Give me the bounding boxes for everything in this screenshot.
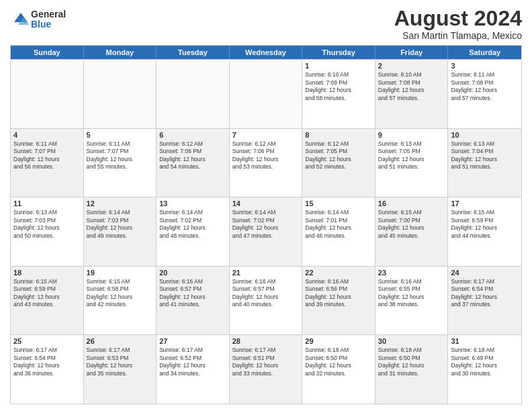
day-info: Sunrise: 6:18 AM Sunset: 6:49 PM Dayligh… bbox=[451, 347, 519, 377]
logo-blue: Blue bbox=[31, 19, 66, 30]
cal-cell-9: 9Sunrise: 6:13 AM Sunset: 7:05 PM Daylig… bbox=[375, 129, 449, 197]
day-info: Sunrise: 6:16 AM Sunset: 6:56 PM Dayligh… bbox=[305, 278, 372, 309]
cal-cell-29: 29Sunrise: 6:18 AM Sunset: 6:50 PM Dayli… bbox=[302, 335, 375, 404]
day-info: Sunrise: 6:18 AM Sunset: 6:50 PM Dayligh… bbox=[378, 347, 445, 377]
day-info: Sunrise: 6:10 AM Sunset: 7:09 PM Dayligh… bbox=[305, 71, 372, 102]
day-number: 29 bbox=[305, 337, 372, 345]
cal-cell-empty-3 bbox=[230, 60, 303, 128]
cal-cell-empty-0 bbox=[11, 60, 84, 128]
day-number: 22 bbox=[305, 269, 372, 277]
cal-cell-10: 10Sunrise: 6:13 AM Sunset: 7:04 PM Dayli… bbox=[448, 129, 521, 197]
day-number: 30 bbox=[378, 337, 445, 345]
day-number: 4 bbox=[13, 131, 81, 139]
cal-cell-14: 14Sunrise: 6:14 AM Sunset: 7:02 PM Dayli… bbox=[230, 197, 303, 266]
week-row-1: 1Sunrise: 6:10 AM Sunset: 7:09 PM Daylig… bbox=[11, 59, 521, 128]
header: General Blue August 2024 San Martin Tlam… bbox=[10, 7, 522, 41]
day-info: Sunrise: 6:17 AM Sunset: 6:51 PM Dayligh… bbox=[232, 347, 300, 377]
day-info: Sunrise: 6:15 AM Sunset: 6:59 PM Dayligh… bbox=[13, 278, 81, 309]
day-number: 25 bbox=[13, 337, 81, 345]
logo-text: General Blue bbox=[31, 9, 66, 30]
day-header-tuesday: Tuesday bbox=[157, 46, 230, 59]
calendar-title: August 2024 bbox=[394, 7, 522, 30]
logo-general: General bbox=[31, 9, 66, 19]
day-number: 24 bbox=[451, 269, 519, 277]
day-number: 26 bbox=[87, 337, 154, 345]
day-info: Sunrise: 6:16 AM Sunset: 6:55 PM Dayligh… bbox=[378, 278, 445, 309]
page: General Blue August 2024 San Martin Tlam… bbox=[0, 0, 532, 411]
cal-cell-21: 21Sunrise: 6:16 AM Sunset: 6:57 PM Dayli… bbox=[230, 267, 303, 335]
calendar: SundayMondayTuesdayWednesdayThursdayFrid… bbox=[10, 45, 522, 404]
week-row-3: 11Sunrise: 6:13 AM Sunset: 7:03 PM Dayli… bbox=[11, 197, 521, 266]
day-info: Sunrise: 6:16 AM Sunset: 6:57 PM Dayligh… bbox=[232, 278, 300, 309]
day-info: Sunrise: 6:13 AM Sunset: 7:04 PM Dayligh… bbox=[451, 140, 519, 171]
day-info: Sunrise: 6:18 AM Sunset: 6:50 PM Dayligh… bbox=[305, 347, 372, 377]
cal-cell-25: 25Sunrise: 6:17 AM Sunset: 6:54 PM Dayli… bbox=[11, 335, 84, 404]
cal-cell-27: 27Sunrise: 6:17 AM Sunset: 6:52 PM Dayli… bbox=[157, 335, 230, 404]
day-info: Sunrise: 6:17 AM Sunset: 6:54 PM Dayligh… bbox=[13, 347, 81, 377]
cal-cell-19: 19Sunrise: 6:15 AM Sunset: 6:58 PM Dayli… bbox=[84, 267, 157, 335]
day-number: 31 bbox=[451, 337, 519, 345]
title-block: August 2024 San Martin Tlamapa, Mexico bbox=[394, 7, 522, 41]
day-header-saturday: Saturday bbox=[448, 46, 521, 59]
day-number: 28 bbox=[232, 337, 300, 345]
day-info: Sunrise: 6:14 AM Sunset: 7:02 PM Dayligh… bbox=[159, 209, 226, 240]
day-number: 1 bbox=[305, 62, 372, 70]
day-number: 19 bbox=[87, 269, 154, 277]
calendar-body: 1Sunrise: 6:10 AM Sunset: 7:09 PM Daylig… bbox=[11, 59, 521, 404]
day-number: 2 bbox=[378, 62, 445, 70]
cal-cell-empty-2 bbox=[157, 60, 230, 128]
day-info: Sunrise: 6:15 AM Sunset: 7:00 PM Dayligh… bbox=[378, 209, 445, 240]
day-header-monday: Monday bbox=[84, 46, 157, 59]
day-number: 11 bbox=[13, 199, 81, 208]
day-info: Sunrise: 6:13 AM Sunset: 7:05 PM Dayligh… bbox=[378, 140, 445, 171]
day-number: 23 bbox=[378, 269, 445, 277]
day-number: 27 bbox=[159, 337, 226, 345]
day-number: 3 bbox=[451, 62, 519, 70]
week-row-2: 4Sunrise: 6:11 AM Sunset: 7:07 PM Daylig… bbox=[11, 128, 521, 197]
cal-cell-6: 6Sunrise: 6:12 AM Sunset: 7:06 PM Daylig… bbox=[157, 129, 230, 197]
day-info: Sunrise: 6:15 AM Sunset: 6:58 PM Dayligh… bbox=[87, 278, 154, 309]
day-header-wednesday: Wednesday bbox=[230, 46, 303, 59]
day-info: Sunrise: 6:15 AM Sunset: 6:59 PM Dayligh… bbox=[451, 209, 519, 240]
day-info: Sunrise: 6:17 AM Sunset: 6:52 PM Dayligh… bbox=[159, 347, 226, 377]
cal-cell-8: 8Sunrise: 6:12 AM Sunset: 7:05 PM Daylig… bbox=[302, 129, 375, 197]
cal-cell-empty-1 bbox=[84, 60, 157, 128]
day-number: 8 bbox=[305, 131, 372, 139]
day-info: Sunrise: 6:14 AM Sunset: 7:03 PM Dayligh… bbox=[87, 209, 154, 240]
day-number: 9 bbox=[378, 131, 445, 139]
day-number: 5 bbox=[87, 131, 154, 139]
day-number: 18 bbox=[13, 269, 81, 277]
day-info: Sunrise: 6:17 AM Sunset: 6:54 PM Dayligh… bbox=[451, 278, 519, 309]
day-info: Sunrise: 6:11 AM Sunset: 7:07 PM Dayligh… bbox=[13, 140, 81, 171]
cal-cell-5: 5Sunrise: 6:11 AM Sunset: 7:07 PM Daylig… bbox=[84, 129, 157, 197]
day-info: Sunrise: 6:12 AM Sunset: 7:06 PM Dayligh… bbox=[232, 140, 300, 171]
calendar-subtitle: San Martin Tlamapa, Mexico bbox=[394, 30, 522, 41]
cal-cell-23: 23Sunrise: 6:16 AM Sunset: 6:55 PM Dayli… bbox=[375, 267, 449, 335]
cal-cell-12: 12Sunrise: 6:14 AM Sunset: 7:03 PM Dayli… bbox=[84, 197, 157, 266]
day-number: 15 bbox=[305, 199, 372, 208]
cal-cell-16: 16Sunrise: 6:15 AM Sunset: 7:00 PM Dayli… bbox=[375, 197, 449, 266]
calendar-header: SundayMondayTuesdayWednesdayThursdayFrid… bbox=[11, 46, 521, 59]
cal-cell-11: 11Sunrise: 6:13 AM Sunset: 7:03 PM Dayli… bbox=[11, 197, 84, 266]
logo-icon bbox=[10, 10, 29, 29]
week-row-5: 25Sunrise: 6:17 AM Sunset: 6:54 PM Dayli… bbox=[11, 334, 521, 404]
cal-cell-17: 17Sunrise: 6:15 AM Sunset: 6:59 PM Dayli… bbox=[448, 197, 521, 266]
day-number: 6 bbox=[159, 131, 226, 139]
week-row-4: 18Sunrise: 6:15 AM Sunset: 6:59 PM Dayli… bbox=[11, 266, 521, 335]
day-number: 10 bbox=[451, 131, 519, 139]
day-header-friday: Friday bbox=[375, 46, 449, 59]
cal-cell-7: 7Sunrise: 6:12 AM Sunset: 7:06 PM Daylig… bbox=[230, 129, 303, 197]
cal-cell-13: 13Sunrise: 6:14 AM Sunset: 7:02 PM Dayli… bbox=[157, 197, 230, 266]
day-info: Sunrise: 6:17 AM Sunset: 6:53 PM Dayligh… bbox=[87, 347, 154, 377]
cal-cell-30: 30Sunrise: 6:18 AM Sunset: 6:50 PM Dayli… bbox=[375, 335, 449, 404]
day-info: Sunrise: 6:16 AM Sunset: 6:57 PM Dayligh… bbox=[159, 278, 226, 309]
day-info: Sunrise: 6:11 AM Sunset: 7:07 PM Dayligh… bbox=[87, 140, 154, 171]
day-info: Sunrise: 6:12 AM Sunset: 7:06 PM Dayligh… bbox=[159, 140, 226, 171]
cal-cell-15: 15Sunrise: 6:14 AM Sunset: 7:01 PM Dayli… bbox=[302, 197, 375, 266]
day-info: Sunrise: 6:14 AM Sunset: 7:01 PM Dayligh… bbox=[305, 209, 372, 240]
cal-cell-28: 28Sunrise: 6:17 AM Sunset: 6:51 PM Dayli… bbox=[230, 335, 303, 404]
day-number: 13 bbox=[159, 199, 226, 208]
day-number: 20 bbox=[159, 269, 226, 277]
day-number: 16 bbox=[378, 199, 445, 208]
day-number: 21 bbox=[232, 269, 300, 277]
